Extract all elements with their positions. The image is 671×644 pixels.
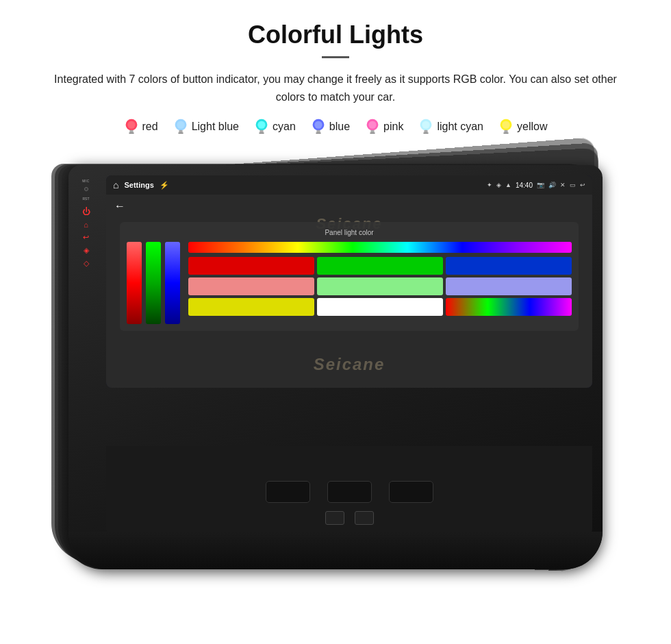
color-swatches [188, 242, 572, 316]
svg-point-1 [127, 121, 135, 129]
swatch-white[interactable] [317, 298, 443, 316]
device-screen: ⌂ Settings ⚡ ✦ ◈ ▲ 14:40 📷 🔊 ✕ ▭ ↩ [106, 175, 592, 388]
svg-rect-11 [259, 133, 264, 134]
gradient-bar-red[interactable] [127, 242, 142, 324]
swatch-blue[interactable] [446, 257, 572, 275]
bulb-pink [365, 118, 380, 136]
settings-label: Settings [124, 181, 153, 189]
color-item-lightcyan: light cyan [418, 118, 483, 136]
swatch-green[interactable] [317, 257, 443, 275]
svg-point-5 [177, 121, 184, 129]
color-label-lightblue: Light blue [192, 121, 239, 133]
back-nav-icon: ↩ [580, 182, 585, 188]
svg-point-9 [257, 121, 265, 129]
home-button[interactable]: ⌂ [113, 179, 118, 190]
gradient-bar-blue[interactable] [165, 242, 180, 324]
svg-rect-27 [503, 133, 508, 134]
color-label-cyan: cyan [273, 121, 296, 133]
swatch-light-red[interactable] [188, 277, 314, 295]
speaker-icon: 🔊 [548, 182, 556, 188]
connector-slot-2 [327, 481, 372, 503]
svg-rect-3 [129, 133, 134, 134]
color-indicator-row: red Light blue cyan blue [124, 118, 548, 136]
bulb-lightblue [173, 118, 188, 136]
page-container: Colorful Lights Integrated with 7 colors… [0, 0, 671, 644]
page-title: Colorful Lights [248, 21, 423, 49]
camera-icon: 📷 [537, 182, 544, 188]
bulb-blue [311, 118, 326, 136]
connector-row [266, 481, 433, 503]
knob-2 [355, 511, 374, 525]
bulb-yellow [498, 118, 514, 136]
swatch-red[interactable] [188, 257, 314, 275]
color-item-lightblue: Light blue [173, 118, 239, 136]
bluetooth-icon: ✦ [487, 182, 492, 188]
color-item-red: red [124, 118, 158, 136]
color-label-blue: blue [329, 121, 350, 133]
bulb-lightcyan [418, 118, 433, 136]
signal-icon: ▲ [505, 182, 511, 188]
color-item-cyan: cyan [254, 118, 296, 136]
svg-rect-26 [504, 130, 508, 133]
swatch-light-green[interactable] [317, 277, 443, 295]
svg-rect-6 [179, 130, 183, 133]
device-area: MIC RST ⏻ ⌂ ↩ ◈ ◇ ⌂ Set [27, 151, 644, 590]
color-label-yellow: yellow [517, 121, 547, 133]
color-item-blue: blue [311, 118, 350, 136]
svg-rect-2 [129, 130, 134, 133]
knob-1 [325, 511, 344, 525]
mic-label: MIC [82, 179, 90, 183]
svg-rect-15 [316, 133, 320, 134]
settings-content: ← Seicane Panel light color [106, 195, 592, 388]
rst-label: RST [83, 197, 90, 201]
color-label-red: red [142, 121, 158, 133]
watermark-bottom: Seicane [314, 355, 385, 374]
svg-rect-18 [370, 130, 375, 133]
svg-rect-23 [424, 133, 429, 134]
power-icon-red: ⏻ [82, 207, 90, 216]
vol-up-red: ◈ [84, 246, 89, 255]
rainbow-strip[interactable] [188, 242, 572, 253]
color-label-lightcyan: light cyan [437, 121, 483, 133]
connector-slot-3 [389, 481, 433, 503]
home-icon-red: ⌂ [84, 221, 88, 229]
panel-color-title: Panel light color [127, 229, 572, 236]
close-icon: ✕ [560, 182, 566, 188]
swatch-grid [188, 257, 572, 316]
main-device: MIC RST ⏻ ⌂ ↩ ◈ ◇ ⌂ Set [68, 165, 603, 569]
status-bar: ⌂ Settings ⚡ ✦ ◈ ▲ 14:40 📷 🔊 ✕ ▭ ↩ [106, 175, 592, 195]
connector-slot-1 [266, 481, 310, 503]
back-arrow-button[interactable]: ← [114, 200, 125, 212]
title-divider [322, 56, 349, 58]
location-icon: ◈ [496, 182, 501, 188]
mic-dot [84, 187, 88, 191]
back-icon-red: ↩ [83, 233, 89, 242]
panel-color-selector: Panel light color [120, 222, 579, 331]
gradient-bar-green[interactable] [146, 242, 161, 324]
svg-point-21 [422, 121, 430, 129]
svg-rect-14 [316, 130, 320, 133]
panel-color-content [127, 242, 572, 324]
svg-point-17 [368, 121, 376, 129]
bulb-cyan [254, 118, 269, 136]
status-bar-right: ✦ ◈ ▲ 14:40 📷 🔊 ✕ ▭ ↩ [487, 182, 585, 189]
swatch-rainbow[interactable] [446, 298, 572, 316]
svg-rect-22 [425, 130, 429, 133]
device-bottom-panel [106, 446, 592, 535]
swatch-yellow[interactable] [188, 298, 314, 316]
vol-down-red: ◇ [84, 259, 89, 268]
knob-row [325, 511, 374, 525]
svg-rect-7 [178, 133, 183, 134]
device-lower-housing [68, 532, 603, 569]
color-item-pink: pink [365, 118, 403, 136]
description-text: Integrated with 7 colors of button indic… [41, 71, 630, 106]
usb-icon: ⚡ [160, 181, 169, 190]
svg-rect-19 [370, 133, 375, 134]
svg-rect-10 [259, 130, 264, 133]
gradient-bars [127, 242, 180, 324]
color-item-yellow: yellow [498, 118, 547, 136]
window-icon: ▭ [570, 182, 576, 188]
swatch-light-blue[interactable] [446, 277, 572, 295]
color-label-pink: pink [383, 121, 403, 133]
status-bar-left: ⌂ Settings ⚡ [113, 179, 169, 190]
